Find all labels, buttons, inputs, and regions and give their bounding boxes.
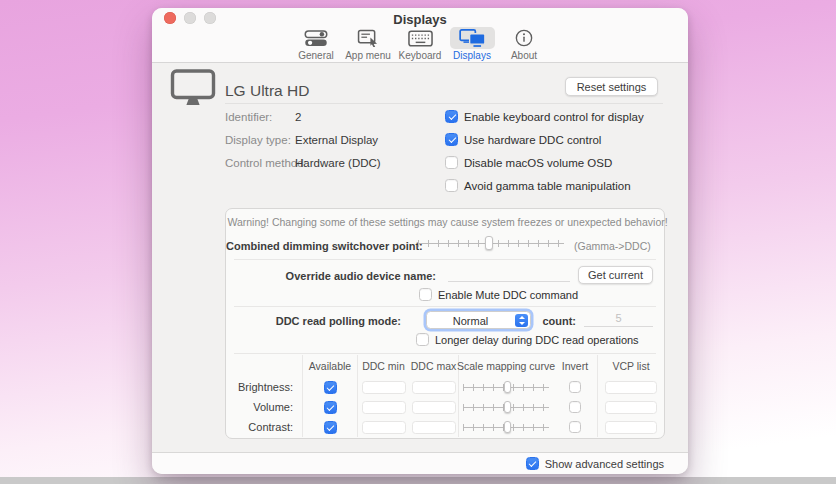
contrast-invert-checkbox[interactable] — [569, 421, 581, 433]
brightness-curve-slider[interactable] — [463, 381, 549, 393]
row-label-brightness: Brightness: — [226, 377, 303, 397]
popup-selected-value: Normal — [427, 315, 514, 327]
contrast-available-checkbox[interactable] — [324, 421, 337, 434]
app-window: Displays General — [152, 8, 688, 474]
col-header-ddc-min: DDC min — [358, 355, 409, 377]
identifier-value: 2 — [295, 111, 301, 123]
count-label: count: — [526, 315, 576, 327]
brightness-ddc-max-field[interactable] — [412, 381, 456, 394]
longer-delay-checkbox-row: Longer delay during DDC read operations — [416, 333, 639, 346]
row-label-contrast: Contrast: — [226, 417, 303, 437]
volume-invert-checkbox[interactable] — [569, 401, 581, 413]
footer-bar: Show advanced settings — [152, 452, 688, 474]
show-advanced-label: Show advanced settings — [545, 458, 664, 470]
hardware-ddc-checkbox-row: Use hardware DDC control — [445, 133, 601, 146]
reset-settings-button[interactable]: Reset settings — [565, 77, 658, 96]
tab-general[interactable]: General — [293, 27, 339, 61]
checkbox-label: Longer delay during DDC read operations — [435, 334, 639, 346]
dimming-switchover-slider[interactable] — [418, 236, 564, 250]
titlebar: Displays General — [152, 8, 688, 63]
window-title: Displays — [152, 12, 688, 27]
brightness-available-checkbox[interactable] — [324, 381, 337, 394]
col-header-invert: Invert — [553, 355, 598, 377]
checkbox-label: Disable macOS volume OSD — [464, 157, 612, 169]
checkbox-label: Enable Mute DDC command — [438, 289, 578, 301]
checkbox-label: Avoid gamma table manipulation — [464, 180, 631, 192]
longer-delay-checkbox[interactable] — [416, 333, 429, 346]
contrast-curve-slider[interactable] — [463, 421, 549, 433]
toggles-icon — [295, 27, 337, 49]
tab-keyboard[interactable]: Keyboard — [397, 27, 443, 61]
volume-osd-checkbox-row: Disable macOS volume OSD — [445, 156, 612, 169]
gamma-table-checkbox[interactable] — [445, 179, 458, 192]
volume-osd-checkbox[interactable] — [445, 156, 458, 169]
tab-displays[interactable]: Displays — [449, 27, 495, 61]
slider-thumb[interactable] — [504, 421, 511, 433]
contrast-ddc-min-field[interactable] — [362, 421, 406, 434]
table-corner-cell — [226, 355, 303, 377]
monitor-icon — [170, 69, 216, 111]
volume-available-checkbox[interactable] — [324, 401, 337, 414]
contrast-ddc-max-field[interactable] — [412, 421, 456, 434]
col-header-available: Available — [303, 355, 358, 377]
slider-thumb[interactable] — [504, 381, 511, 393]
polling-mode-popup[interactable]: Normal — [426, 311, 531, 329]
display-name: LG Ultra HD — [225, 82, 309, 100]
tab-about[interactable]: About — [501, 27, 547, 61]
tab-label: Keyboard — [399, 50, 442, 61]
contrast-vcp-list-field[interactable] — [605, 421, 657, 434]
display-type-label: Display type: — [225, 134, 291, 146]
warning-text: Warning! Changing some of these settings… — [227, 216, 667, 228]
show-advanced-checkbox[interactable] — [526, 457, 539, 470]
toolbar: General App menu — [152, 27, 688, 61]
col-header-vcp-list: VCP list — [598, 355, 664, 377]
col-header-ddc-max: DDC max — [409, 355, 459, 377]
keyboard-control-checkbox[interactable] — [445, 110, 458, 123]
control-table: Available DDC min DDC max Scale mapping … — [226, 355, 664, 438]
hardware-ddc-checkbox[interactable] — [445, 133, 458, 146]
brightness-vcp-list-field[interactable] — [605, 381, 657, 394]
info-icon — [506, 27, 542, 49]
mute-ddc-checkbox[interactable] — [419, 288, 432, 301]
desktop-bottom-strip — [0, 477, 836, 484]
brightness-invert-checkbox[interactable] — [569, 381, 581, 393]
keyboard-icon — [399, 27, 442, 49]
polling-mode-label: DDC read polling mode: — [226, 315, 401, 327]
count-field[interactable] — [584, 310, 653, 327]
volume-ddc-max-field[interactable] — [412, 401, 456, 414]
header-divider — [225, 103, 663, 104]
section-divider — [234, 306, 656, 307]
gamma-ddc-suffix: (Gamma->DDC) — [574, 240, 651, 252]
displays-icon — [450, 27, 495, 49]
advanced-settings-box: Warning! Changing some of these settings… — [225, 208, 665, 439]
warning-row: Warning! Changing some of these settings… — [226, 216, 664, 228]
checkbox-label: Use hardware DDC control — [464, 134, 601, 146]
checkbox-label: Enable keyboard control for display — [464, 111, 644, 123]
gamma-table-checkbox-row: Avoid gamma table manipulation — [445, 179, 631, 192]
tab-label: General — [298, 50, 334, 61]
slider-thumb[interactable] — [485, 236, 493, 250]
tab-label: App menu — [345, 50, 391, 61]
section-divider — [234, 259, 656, 260]
tab-label: About — [511, 50, 537, 61]
volume-ddc-min-field[interactable] — [362, 401, 406, 414]
display-type-value: External Display — [295, 134, 378, 146]
volume-vcp-list-field[interactable] — [605, 401, 657, 414]
get-current-button[interactable]: Get current — [578, 266, 653, 284]
menu-cursor-icon — [348, 27, 389, 49]
identifier-label: Identifier: — [225, 111, 272, 123]
section-divider — [234, 353, 656, 354]
volume-curve-slider[interactable] — [463, 401, 549, 413]
tab-app-menu[interactable]: App menu — [345, 27, 391, 61]
control-method-value: Hardware (DDC) — [295, 157, 381, 169]
slider-thumb[interactable] — [504, 401, 511, 413]
col-header-scale-curve: Scale mapping curve — [459, 355, 553, 377]
tab-label: Displays — [453, 50, 491, 61]
audio-device-name-field[interactable] — [448, 265, 570, 282]
brightness-ddc-min-field[interactable] — [362, 381, 406, 394]
row-label-volume: Volume: — [226, 397, 303, 417]
keyboard-control-checkbox-row: Enable keyboard control for display — [445, 110, 644, 123]
content-area: LG Ultra HD Reset settings Identifier: 2… — [152, 63, 688, 452]
audio-override-label: Override audio device name: — [226, 270, 436, 282]
dimming-switchover-label: Combined dimming switchover point: — [226, 240, 409, 252]
